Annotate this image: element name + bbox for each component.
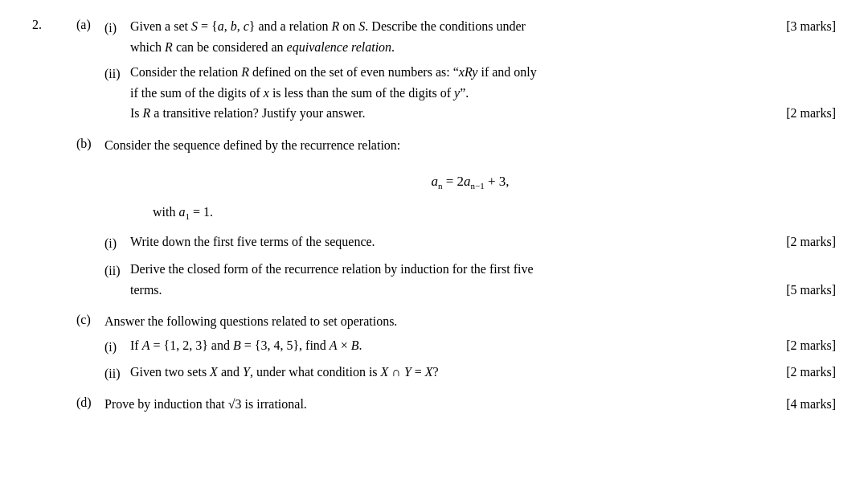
formula-display: an = 2an−1 + 3, — [431, 174, 509, 189]
question-number: 2. — [32, 16, 76, 419]
part-a-ii-row: (ii) Consider the relation R defined on … — [104, 62, 836, 124]
part-c-ii-label: (ii) — [104, 362, 130, 384]
q2-label: 2. — [32, 18, 42, 31]
part-d-letter: (d) — [76, 395, 92, 409]
part-a-i-line1: Given a set S = {a, b, c} and a relation… — [130, 19, 526, 33]
part-a-i-row: (i) Given a set S = {a, b, c} and a rela… — [104, 16, 836, 57]
part-b-i-row: (i) Write down the first five terms of t… — [104, 232, 836, 254]
part-b-i-text: Write down the first five terms of the s… — [130, 232, 375, 252]
part-d-text: Prove by induction that √3 is irrational… — [104, 394, 307, 415]
part-b-row: (b) Consider the sequence defined by the… — [76, 135, 836, 305]
parts-column: (a) (i) Given a set S = {a, b, c} and a … — [76, 16, 836, 419]
part-a-i-content: Given a set S = {a, b, c} and a relation… — [130, 16, 836, 57]
part-c-content: Answer the following questions related t… — [104, 311, 836, 389]
part-b-ii-line1: Derive the closed form of the recurrence… — [130, 262, 534, 276]
part-b-letter: (b) — [76, 137, 92, 150]
part-c-ii-row: (ii) Given two sets X and Y, under what … — [104, 362, 836, 384]
part-c-i-content: If A = {1, 2, 3} and B = {3, 4, 5}, find… — [130, 335, 836, 358]
part-d-row: (d) Prove by induction that √3 is irrati… — [76, 394, 836, 415]
part-b-i-roman: (i) — [104, 236, 117, 250]
part-a-i-label: (i) — [104, 16, 130, 57]
part-c-letter: (c) — [76, 313, 91, 326]
part-d-content: Prove by induction that √3 is irrational… — [104, 394, 836, 415]
part-a-i-marks: [3 marks] — [772, 16, 836, 57]
part-a-ii-label: (ii) — [104, 62, 130, 124]
part-c-ii-content: Given two sets X and Y, under what condi… — [130, 362, 836, 384]
initial-condition: with a1 = 1. — [153, 202, 836, 224]
recurrence-formula: an = 2an−1 + 3, — [104, 170, 836, 194]
part-b-label: (b) — [76, 135, 104, 305]
with-a1-text: with a1 = 1. — [153, 205, 213, 219]
part-b-content: Consider the sequence defined by the rec… — [104, 135, 836, 305]
part-b-i-marks: [2 marks] — [772, 232, 836, 252]
part-c-ii-roman: (ii) — [104, 367, 121, 380]
part-d-marks: [4 marks] — [772, 394, 836, 415]
part-b-ii-label: (ii) — [104, 259, 130, 300]
part-a-ii-marks-label: [2 marks] — [772, 103, 836, 124]
part-c-i-label: (i) — [104, 335, 130, 358]
part-b-ii-marks: [5 marks] — [772, 280, 836, 301]
exam-content: 2. (a) (i) — [32, 16, 836, 419]
part-a-letter: (a) — [76, 18, 91, 31]
part-b-i-row-flex: Write down the first five terms of the s… — [130, 232, 836, 252]
part-b-i-content: Write down the first five terms of the s… — [130, 232, 836, 254]
part-b-ii-row-flex: terms. [5 marks] — [130, 280, 836, 301]
part-a-i-text: Given a set S = {a, b, c} and a relation… — [130, 16, 772, 57]
part-b-text: Consider the sequence defined by the rec… — [104, 138, 400, 152]
part-a-label: (a) — [76, 16, 104, 129]
part-a-i-row-flex: Given a set S = {a, b, c} and a relation… — [130, 16, 836, 57]
part-c-i-row-flex: If A = {1, 2, 3} and B = {3, 4, 5}, find… — [130, 335, 836, 356]
part-a-i-marks-label: [3 marks] — [786, 19, 836, 33]
part-b-ii-line2: terms. — [130, 280, 162, 301]
part-c-ii-row-flex: Given two sets X and Y, under what condi… — [130, 362, 836, 383]
part-c-i-roman: (i) — [104, 340, 117, 354]
part-a-i-line2: which R can be considered an equivalence… — [130, 40, 395, 54]
part-a-ii-line2: if the sum of the digits of x is less th… — [130, 86, 469, 100]
part-a-ii-line1: Consider the relation R defined on the s… — [130, 65, 537, 79]
part-b-i-label: (i) — [104, 232, 130, 254]
part-c-text: Answer the following questions related t… — [104, 314, 397, 328]
part-c-i-marks: [2 marks] — [772, 335, 836, 356]
part-b-intro-text: Consider the sequence defined by the rec… — [104, 135, 836, 156]
part-a-i-roman: (i) — [104, 21, 117, 35]
part-d-row-flex: Prove by induction that √3 is irrational… — [104, 394, 836, 415]
part-a-row: (a) (i) Given a set S = {a, b, c} and a … — [76, 16, 836, 129]
part-b-ii-roman: (ii) — [104, 264, 121, 277]
part-a-ii-roman: (ii) — [104, 67, 121, 80]
part-c-row: (c) Answer the following questions relat… — [76, 311, 836, 389]
part-d-label: (d) — [76, 394, 104, 415]
part-c-i-text: If A = {1, 2, 3} and B = {3, 4, 5}, find… — [130, 335, 362, 356]
part-b-ii-content: Derive the closed form of the recurrence… — [130, 259, 836, 300]
part-a-ii-line3: Is R a transitive relation? Justify your… — [130, 103, 365, 124]
part-c-i-row: (i) If A = {1, 2, 3} and B = {3, 4, 5}, … — [104, 335, 836, 358]
part-c-label: (c) — [76, 311, 104, 389]
part-c-ii-marks: [2 marks] — [772, 362, 836, 383]
part-a-ii-row-flex: Is R a transitive relation? Justify your… — [130, 103, 836, 124]
part-b-ii-row: (ii) Derive the closed form of the recur… — [104, 259, 836, 300]
part-a-content: (i) Given a set S = {a, b, c} and a rela… — [104, 16, 836, 129]
part-a-ii-content: Consider the relation R defined on the s… — [130, 62, 836, 124]
question-2-wrapper: 2. (a) (i) — [32, 16, 836, 419]
part-c-ii-text: Given two sets X and Y, under what condi… — [130, 362, 439, 383]
